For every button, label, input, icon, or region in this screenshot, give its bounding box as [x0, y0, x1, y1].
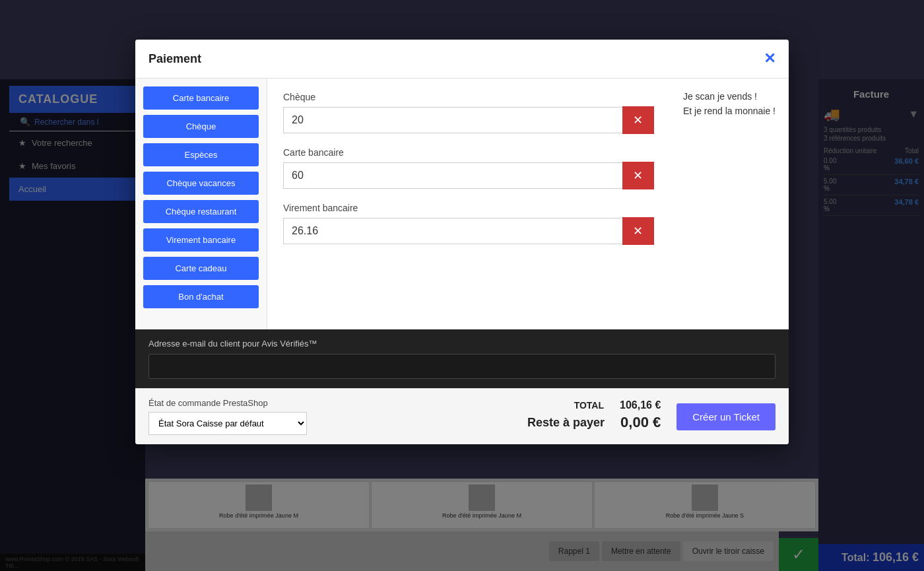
message-line2: Et je rend la monnaie !: [683, 104, 776, 118]
payment-content: Chèque ✕ Carte bancaire ✕ Virement banca…: [267, 79, 789, 329]
entry-row: ✕: [283, 217, 654, 245]
message-box: Je scan je vends ! Et je rend la monnaie…: [670, 79, 789, 329]
payment-method-btn[interactable]: Virement bancaire: [143, 228, 259, 252]
entry-input[interactable]: [283, 107, 622, 133]
entry-row: ✕: [283, 162, 654, 189]
modal-title: Paiement: [148, 52, 201, 66]
total-amount: 106,16 €: [620, 399, 661, 411]
modal-close-btn[interactable]: ✕: [764, 50, 776, 67]
modal-footer: État de commande PrestaShop État Sora Ca…: [135, 388, 789, 444]
totals-section: TOTAL 106,16 € Reste à payer 0,00 €: [527, 399, 661, 434]
entry-remove-btn[interactable]: ✕: [622, 162, 654, 189]
entry-label: Chèque: [283, 92, 654, 102]
reste-amount: 0,00 €: [620, 414, 661, 431]
total-row: TOTAL 106,16 €: [527, 399, 661, 411]
modal-header: Paiement ✕: [135, 40, 789, 79]
payment-method-btn[interactable]: Chèque restaurant: [143, 200, 259, 223]
email-input[interactable]: [148, 354, 776, 379]
message-line1: Je scan je vends !: [683, 89, 776, 104]
entry-remove-btn[interactable]: ✕: [622, 106, 654, 134]
entry-row: ✕: [283, 106, 654, 134]
payment-entries-panel: Chèque ✕ Carte bancaire ✕ Virement banca…: [267, 79, 670, 329]
reste-label: Reste à payer: [527, 416, 605, 430]
payment-method-btn[interactable]: Espèces: [143, 143, 259, 166]
payment-entry: Carte bancaire ✕: [283, 147, 654, 189]
payment-method-btn[interactable]: Carte cadeau: [143, 257, 259, 280]
reste-row: Reste à payer 0,00 €: [527, 414, 661, 431]
entry-input[interactable]: [283, 162, 622, 189]
entry-input[interactable]: [283, 218, 622, 244]
create-ticket-btn[interactable]: Créer un Ticket: [676, 403, 776, 430]
payment-method-btn[interactable]: Bon d'achat: [143, 285, 259, 308]
payment-methods-panel: Carte bancaireChèqueEspècesChèque vacanc…: [135, 79, 267, 329]
modal-overlay: Paiement ✕ Carte bancaireChèqueEspècesCh…: [0, 0, 924, 571]
payment-method-btn[interactable]: Carte bancaire: [143, 86, 259, 110]
payment-method-btn[interactable]: Chèque vacances: [143, 172, 259, 195]
email-label: Adresse e-mail du client pour Avis Vérif…: [148, 339, 776, 349]
modal-body: Carte bancaireChèqueEspècesChèque vacanc…: [135, 79, 789, 329]
entry-remove-btn[interactable]: ✕: [622, 217, 654, 245]
payment-entry: Virement bancaire ✕: [283, 203, 654, 245]
email-section: Adresse e-mail du client pour Avis Vérif…: [135, 329, 789, 388]
order-state-section: État de commande PrestaShop État Sora Ca…: [148, 398, 527, 435]
payment-entry: Chèque ✕: [283, 92, 654, 134]
order-state-select[interactable]: État Sora Caisse par défaut: [148, 412, 307, 435]
modal-paiement: Paiement ✕ Carte bancaireChèqueEspècesCh…: [135, 40, 789, 444]
order-state-label: État de commande PrestaShop: [148, 398, 527, 408]
entry-label: Carte bancaire: [283, 147, 654, 158]
entry-label: Virement bancaire: [283, 203, 654, 213]
payment-method-btn[interactable]: Chèque: [143, 115, 259, 138]
total-label: TOTAL: [574, 400, 604, 411]
